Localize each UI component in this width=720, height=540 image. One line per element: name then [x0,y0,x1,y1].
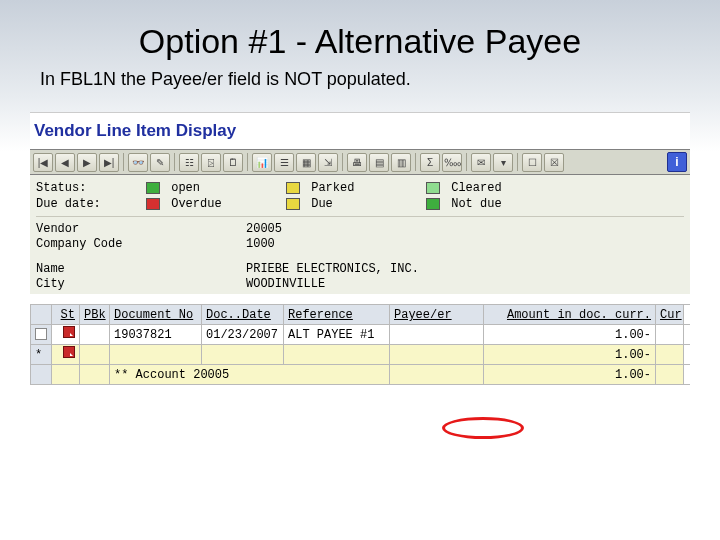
col-amount[interactable]: Amount in doc. curr. [484,305,656,324]
print-icon[interactable]: 🖶 [347,153,367,172]
vendor-value: 20005 [246,222,282,236]
slide-subtitle: In FBL1N the Payee/er field is NOT popul… [0,67,720,106]
calc-icon[interactable]: ▦ [296,153,316,172]
duedate-label: Due date: [36,197,146,211]
notdue-icon [426,198,440,210]
status-parked: Parked [311,181,354,195]
cell-doc-date: 01/23/2007 [202,325,284,344]
filter-icon[interactable]: ⍄ [201,153,221,172]
col-currency[interactable]: Cur [656,305,684,324]
first-page-button[interactable]: |◀ [33,153,53,172]
subtotal-amount: 1.00- [484,345,656,364]
cell-document-no: 19037821 [110,325,202,344]
toolbar-separator [517,153,518,171]
mail-icon[interactable]: ✉ [471,153,491,172]
name-label: Name [36,262,246,276]
glasses-icon[interactable]: 👓 [128,153,148,172]
status-panel: Status: open Parked Cleared Due date: Ov… [30,175,690,294]
parked-icon [286,182,300,194]
toolbar: |◀ ◀ ▶ ▶| 👓 ✎ ☷ ⍄ 🗒 📊 ☰ ▦ ⇲ 🖶 ▤ ▥ Σ ‱ ✉ … [30,149,690,175]
cell-pbk [80,325,110,344]
status-dot-icon [63,326,75,338]
col-document-no[interactable]: Document No [110,305,202,324]
due-icon [286,198,300,210]
more-icon[interactable]: ▾ [493,153,513,172]
subtotal-row: * 1.00- [30,345,690,365]
toolbar-separator [174,153,175,171]
sort-icon[interactable]: ☰ [274,153,294,172]
status-notdue: Not due [451,197,501,211]
status-label: Status: [36,181,146,195]
toolbar-separator [342,153,343,171]
toolbar-separator [466,153,467,171]
company-code-label: Company Code [36,237,246,251]
grid-header-row: St PBk Document No Doc..Date Reference P… [30,305,690,325]
deselect-all-icon[interactable]: ☒ [544,153,564,172]
screen-title: Vendor Line Item Display [30,113,690,149]
col-payee[interactable]: Payee/er [390,305,484,324]
account-total-label: ** Account 20005 [110,365,390,384]
table-row[interactable]: 19037821 01/23/2007 ALT PAYEE #1 1.00- [30,325,690,345]
toolbar-separator [415,153,416,171]
group-icon[interactable]: ☷ [179,153,199,172]
name-value: PRIEBE ELECTRONICS, INC. [246,262,419,276]
row-checkbox[interactable] [35,328,47,340]
cell-payee [390,325,484,344]
export-icon[interactable]: ⇲ [318,153,338,172]
status-overdue: Overdue [171,197,221,211]
account-total-amount: 1.00- [484,365,656,384]
last-page-button[interactable]: ▶| [99,153,119,172]
city-value: WOODINVILLE [246,277,325,291]
subtotal-star: * [30,345,52,364]
vendor-label: Vendor [36,222,246,236]
open-icon [146,182,160,194]
col-select [30,305,52,324]
status-due: Due [311,197,333,211]
account-total-row: ** Account 20005 1.00- [30,365,690,385]
sap-screen: Vendor Line Item Display |◀ ◀ ▶ ▶| 👓 ✎ ☷… [30,112,690,294]
status-dot-icon [63,346,75,358]
next-page-button[interactable]: ▶ [77,153,97,172]
status-cleared: Cleared [451,181,501,195]
col-pbk[interactable]: PBk [80,305,110,324]
divider [36,216,684,217]
cell-reference: ALT PAYEE #1 [284,325,390,344]
cell-amount: 1.00- [484,325,656,344]
note-icon[interactable]: 🗒 [223,153,243,172]
company-code-value: 1000 [246,237,275,251]
highlight-circle [442,417,524,439]
toolbar-separator [247,153,248,171]
overdue-icon [146,198,160,210]
edit-icon[interactable]: ✎ [150,153,170,172]
cell-currency [656,325,684,344]
cleared-icon [426,182,440,194]
layout-icon[interactable]: ▤ [369,153,389,172]
city-label: City [36,277,246,291]
toolbar-separator [123,153,124,171]
col-status[interactable]: St [52,305,80,324]
line-item-grid: St PBk Document No Doc..Date Reference P… [30,304,690,385]
slide-title: Option #1 - Alternative Payee [0,0,720,67]
info-icon[interactable]: i [667,152,687,172]
prev-page-button[interactable]: ◀ [55,153,75,172]
select-all-icon[interactable]: ☐ [522,153,542,172]
subtotal-icon[interactable]: ‱ [442,153,462,172]
col-doc-date[interactable]: Doc..Date [202,305,284,324]
sum-icon[interactable]: Σ [420,153,440,172]
chart-icon[interactable]: 📊 [252,153,272,172]
layout2-icon[interactable]: ▥ [391,153,411,172]
col-reference[interactable]: Reference [284,305,390,324]
status-open: open [171,181,200,195]
